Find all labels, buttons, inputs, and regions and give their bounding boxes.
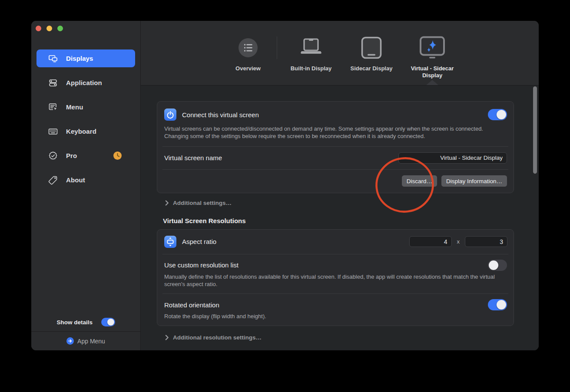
additional-resolution-settings-label: Additional resolution settings…: [173, 334, 262, 341]
selected-tab-caret: [426, 80, 438, 85]
main-pane: Overview Built-in Display: [141, 21, 539, 350]
application-icon: [48, 78, 58, 88]
rotated-orientation-toggle[interactable]: [488, 299, 507, 310]
about-icon: [48, 175, 58, 185]
virtual-display-icon: [419, 36, 445, 59]
connect-toggle[interactable]: [488, 109, 507, 120]
chevron-right-icon: [165, 335, 169, 340]
close-button[interactable]: [36, 26, 41, 31]
keyboard-icon: [48, 126, 58, 137]
power-icon: [164, 109, 176, 121]
scrollbar-thumb[interactable]: [533, 86, 537, 174]
tab-overview[interactable]: Overview: [222, 36, 274, 72]
sidebar-item-label: Application: [66, 79, 102, 86]
chevron-right-icon: [165, 200, 169, 206]
connect-card: Connect this virtual screen Virtual scre…: [157, 101, 514, 193]
additional-settings-disclosure[interactable]: Additional settings…: [165, 200, 539, 206]
rotated-orientation-description: Rotate the display (flip width and heigh…: [157, 310, 514, 326]
tab-sidecar-display[interactable]: Sidecar Display: [345, 36, 398, 72]
menu-icon: [48, 102, 58, 112]
sidebar-item-menu[interactable]: Menu: [36, 98, 135, 116]
aspect-width-input[interactable]: [409, 236, 452, 247]
sidecar-display-icon: [361, 36, 382, 59]
tab-label: Built-in Display: [291, 65, 332, 72]
sidebar-item-label: About: [66, 176, 85, 184]
connect-description: Virtual screens can be connected/disconn…: [157, 121, 514, 146]
toolbar-separator: [277, 36, 277, 59]
tab-virtual-sidecar-display[interactable]: Virtual - Sidecar Display: [402, 36, 463, 79]
sidebar-item-keyboard[interactable]: Keyboard: [36, 122, 135, 140]
sidebar-item-label: Pro: [66, 152, 77, 159]
clock-badge-icon: [113, 152, 122, 160]
pro-icon: [48, 151, 58, 161]
tab-label: Virtual - Sidecar Display: [402, 65, 463, 79]
zoom-button[interactable]: [57, 26, 63, 31]
app-window: Displays Application: [31, 21, 539, 350]
minimize-button[interactable]: [46, 26, 52, 31]
custom-resolution-list-description: Manually define the list of resolutions …: [157, 271, 514, 294]
app-menu-arrow-icon: [66, 337, 74, 345]
tab-label: Sidecar Display: [351, 65, 393, 72]
sidebar-nav: Displays Application: [31, 49, 140, 195]
resolutions-heading: Virtual Screen Resolutions: [163, 217, 539, 224]
custom-resolution-list-toggle[interactable]: [488, 260, 507, 271]
sidebar: Displays Application: [31, 21, 141, 350]
sidebar-item-displays[interactable]: Displays: [36, 49, 135, 67]
overview-icon: [239, 36, 258, 59]
display-toolbar: Overview Built-in Display: [141, 21, 539, 86]
aspect-ratio-label: Aspect ratio: [182, 238, 216, 245]
virtual-screen-name-input[interactable]: [398, 152, 507, 164]
aspect-height-input[interactable]: [465, 236, 507, 247]
tab-builtin-display[interactable]: Built-in Display: [285, 36, 337, 72]
sidebar-item-application[interactable]: Application: [36, 74, 135, 92]
aspect-ratio-icon: [164, 236, 176, 248]
virtual-screen-name-label: Virtual screen name: [164, 154, 222, 161]
tab-label: Overview: [235, 65, 261, 72]
resolutions-card: Aspect ratio x Use custom resolution lis…: [157, 229, 514, 326]
sidebar-item-label: Displays: [66, 55, 93, 62]
show-details-label: Show details: [56, 319, 93, 326]
additional-settings-label: Additional settings…: [173, 200, 232, 206]
additional-resolution-settings-disclosure[interactable]: Additional resolution settings…: [165, 334, 539, 341]
sidebar-item-label: Keyboard: [66, 128, 96, 135]
sidebar-item-label: Menu: [66, 103, 83, 111]
show-details-toggle[interactable]: [101, 318, 115, 326]
display-information-button[interactable]: Display Information…: [441, 175, 507, 187]
app-menu-label: App Menu: [77, 338, 105, 345]
aspect-separator: x: [457, 238, 460, 245]
show-details-row: Show details: [31, 318, 140, 326]
connect-title: Connect this virtual screen: [182, 111, 259, 119]
sidebar-item-about[interactable]: About: [36, 171, 135, 189]
traffic-lights: [36, 26, 63, 31]
discard-button[interactable]: Discard…: [402, 175, 437, 187]
custom-resolution-list-label: Use custom resolution list: [164, 261, 239, 269]
rotated-orientation-label: Rotated orientation: [164, 301, 219, 309]
app-menu-button[interactable]: App Menu: [31, 332, 140, 350]
displays-icon: [48, 53, 58, 64]
settings-content: Connect this virtual screen Virtual scre…: [141, 86, 539, 350]
sidebar-item-pro[interactable]: Pro: [36, 147, 135, 165]
builtin-display-icon: [298, 36, 325, 59]
